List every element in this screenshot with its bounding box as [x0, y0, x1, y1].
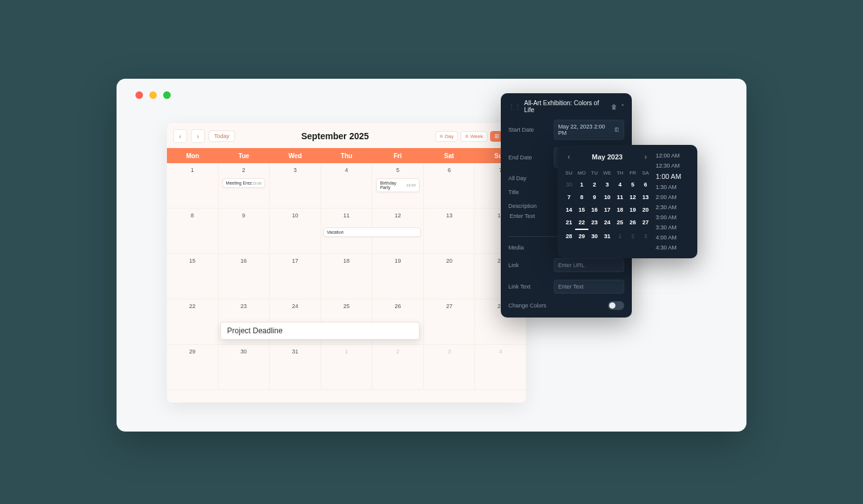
picker-time-list[interactable]: 12:00 AM12:30 AM1:00 AM1:30 AM2:00 AM2:3…: [656, 151, 692, 252]
picker-day[interactable]: 25: [614, 216, 626, 230]
picker-time-option[interactable]: 12:30 AM: [656, 161, 692, 170]
day-cell[interactable]: 13: [424, 209, 476, 254]
link-text-input[interactable]: Enter Text: [554, 280, 624, 294]
event-deadline[interactable]: Project Deadline: [220, 322, 420, 340]
picker-day[interactable]: 23: [588, 216, 601, 230]
picker-prev-month-button[interactable]: ‹: [565, 151, 573, 163]
picker-day[interactable]: 9: [588, 191, 601, 203]
day-cell[interactable]: 19: [372, 254, 424, 299]
calendar-widget: ‹ › Today September 2025 ≡Day ≡Week ⊞Mon…: [167, 123, 526, 403]
picker-day[interactable]: 30: [563, 178, 575, 191]
day-cell[interactable]: 22: [167, 299, 219, 345]
picker-time-option[interactable]: 3:30 AM: [656, 223, 692, 232]
day-cell[interactable]: 15: [167, 254, 219, 299]
day-cell[interactable]: 29: [167, 345, 219, 390]
picker-day[interactable]: 17: [601, 203, 614, 216]
day-number: 1: [171, 167, 214, 173]
picker-day[interactable]: 20: [639, 203, 652, 216]
picker-month-label: May 2023: [592, 153, 623, 161]
picker-day[interactable]: 13: [639, 191, 652, 203]
picker-day[interactable]: 18: [614, 203, 626, 216]
picker-day[interactable]: 27: [639, 216, 652, 230]
day-cell[interactable]: 20: [424, 254, 476, 299]
picker-time-option[interactable]: 1:00 AM: [656, 171, 692, 181]
view-week-button[interactable]: ≡Week: [460, 131, 488, 142]
picker-day[interactable]: 1: [614, 230, 626, 243]
picker-day[interactable]: 24: [601, 216, 614, 230]
picker-day[interactable]: 30: [588, 230, 601, 243]
picker-day[interactable]: 1: [575, 178, 588, 191]
picker-time-option[interactable]: 12:00 AM: [656, 151, 692, 160]
picker-time-option[interactable]: 2:30 AM: [656, 203, 692, 212]
day-cell[interactable]: 8: [167, 209, 219, 254]
day-cell[interactable]: 2: [372, 345, 424, 390]
picker-day[interactable]: 11: [614, 191, 626, 203]
day-cell[interactable]: 18: [321, 254, 373, 299]
day-cell[interactable]: 23Project Deadline: [219, 299, 270, 345]
picker-next-month-button[interactable]: ›: [642, 151, 649, 163]
dow-cell: Tue: [218, 148, 269, 163]
picker-time-option[interactable]: 3:00 AM: [656, 213, 692, 222]
picker-day[interactable]: 10: [601, 191, 614, 203]
today-button[interactable]: Today: [209, 130, 235, 142]
view-day-button[interactable]: ≡Day: [435, 131, 459, 142]
start-date-input[interactable]: May 22, 2023 2:00 PM 🗓: [554, 120, 624, 140]
day-cell[interactable]: 1: [167, 163, 219, 209]
next-month-button[interactable]: ›: [191, 129, 205, 143]
picker-day[interactable]: 16: [588, 203, 601, 216]
collapse-icon[interactable]: ˄: [621, 103, 624, 110]
event-birthday[interactable]: Birthday Party13:00: [376, 178, 420, 192]
picker-day[interactable]: 2: [626, 230, 639, 243]
close-window-icon[interactable]: [135, 91, 143, 99]
maximize-window-icon[interactable]: [163, 91, 171, 99]
minimize-window-icon[interactable]: [149, 91, 157, 99]
day-cell[interactable]: 3: [424, 345, 476, 390]
trash-icon[interactable]: 🗑: [611, 103, 617, 110]
day-cell[interactable]: 31: [270, 345, 321, 390]
day-cell[interactable]: 30: [219, 345, 270, 390]
picker-day[interactable]: 22: [575, 216, 588, 230]
title-label: Title: [508, 189, 554, 195]
day-cell[interactable]: 9: [219, 209, 270, 254]
picker-day[interactable]: 31: [601, 230, 614, 243]
day-cell[interactable]: 27: [424, 299, 476, 345]
day-cell[interactable]: 6: [424, 163, 476, 209]
event-vacation[interactable]: Vacation: [323, 227, 421, 237]
event-meeting[interactable]: Meeting Erez13:00: [222, 178, 266, 188]
picker-day[interactable]: 29: [575, 230, 588, 243]
picker-time-option[interactable]: 4:00 AM: [656, 233, 692, 242]
picker-day[interactable]: 6: [639, 178, 652, 191]
picker-day[interactable]: 3: [601, 178, 614, 191]
day-cell[interactable]: 3: [270, 163, 321, 209]
day-cell[interactable]: 5Birthday Party13:00: [372, 163, 424, 209]
day-cell[interactable]: 4: [321, 163, 373, 209]
day-cell[interactable]: 16: [219, 254, 270, 299]
change-colors-toggle[interactable]: [608, 301, 624, 310]
picker-day[interactable]: 14: [563, 203, 575, 216]
drag-handle-icon[interactable]: ⋮⋮: [508, 103, 521, 110]
picker-time-option[interactable]: 2:00 AM: [656, 193, 692, 202]
day-cell[interactable]: 1: [321, 345, 373, 390]
picker-day[interactable]: 2: [588, 178, 601, 191]
day-cell[interactable]: 17: [270, 254, 321, 299]
picker-day[interactable]: 7: [563, 191, 575, 203]
picker-time-option[interactable]: 1:30 AM: [656, 183, 692, 192]
event-title: All-Art Exhibition: Colors of Life: [524, 100, 608, 113]
picker-time-option[interactable]: 4:30 AM: [656, 243, 692, 252]
picker-day[interactable]: 5: [626, 178, 639, 191]
link-input[interactable]: Enter URL: [554, 258, 624, 272]
picker-day[interactable]: 26: [626, 216, 639, 230]
day-cell[interactable]: 11Vacation: [321, 209, 373, 254]
picker-day[interactable]: 8: [575, 191, 588, 203]
picker-day[interactable]: 4: [614, 178, 626, 191]
prev-month-button[interactable]: ‹: [173, 129, 187, 143]
picker-day[interactable]: 15: [575, 203, 588, 216]
day-cell[interactable]: 4: [475, 345, 526, 390]
picker-day[interactable]: 28: [563, 230, 575, 243]
picker-day[interactable]: 21: [563, 216, 575, 230]
day-cell[interactable]: 10: [270, 209, 321, 254]
picker-day[interactable]: 19: [626, 203, 639, 216]
picker-day[interactable]: 3: [639, 230, 652, 243]
day-cell[interactable]: 2Meeting Erez13:00: [219, 163, 270, 209]
picker-day[interactable]: 12: [626, 191, 639, 203]
